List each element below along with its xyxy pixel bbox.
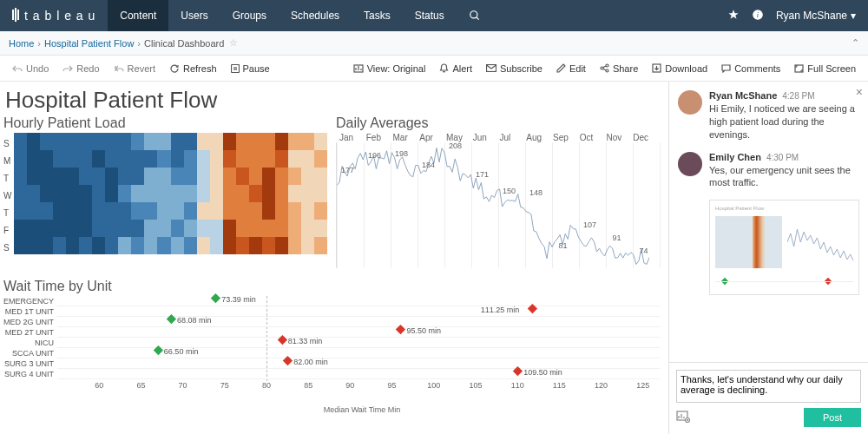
heatmap-cell[interactable]	[301, 133, 314, 150]
pause-button[interactable]: Pause	[226, 63, 275, 74]
post-button[interactable]: Post	[804, 408, 861, 427]
heatmap-cell[interactable]	[314, 237, 327, 254]
heatmap-cell[interactable]	[105, 150, 118, 168]
heatmap-cell[interactable]	[92, 150, 105, 168]
heatmap-cell[interactable]	[53, 150, 66, 168]
snapshot-icon[interactable]	[676, 411, 690, 425]
heatmap-cell[interactable]	[275, 168, 288, 185]
heatmap-cell[interactable]	[184, 150, 197, 168]
heatmap-cell[interactable]	[144, 168, 157, 185]
heatmap-cell[interactable]	[157, 133, 170, 150]
heatmap-cell[interactable]	[105, 202, 118, 220]
heatmap-cell[interactable]	[118, 185, 131, 202]
heatmap-cell[interactable]	[288, 237, 301, 254]
heatmap-cell[interactable]	[301, 220, 314, 237]
heatmap-cell[interactable]	[118, 220, 131, 237]
heatmap-cell[interactable]	[27, 237, 40, 254]
heatmap-cell[interactable]	[157, 150, 170, 168]
heatmap-cell[interactable]	[40, 202, 53, 220]
heatmap-cell[interactable]	[157, 168, 170, 185]
undo-button[interactable]: Undo	[7, 63, 54, 74]
heatmap-cell[interactable]	[40, 237, 53, 254]
breadcrumb-home[interactable]: Home	[9, 38, 34, 49]
breadcrumb-l1[interactable]: Hospital Patient Flow	[44, 38, 134, 49]
heatmap-cell[interactable]	[131, 202, 144, 220]
heatmap-cell[interactable]	[301, 150, 314, 168]
heatmap-cell[interactable]	[262, 150, 275, 168]
wait-chart[interactable]: EMERGENCYMED 1T UNITMED 2G UNITMED 2T UN…	[3, 296, 660, 393]
tableau-logo[interactable]: t a b l e a u	[0, 9, 108, 23]
nav-status[interactable]: Status	[403, 0, 457, 31]
heatmap-cell[interactable]	[210, 150, 223, 168]
heatmap-cell[interactable]	[236, 220, 249, 237]
nav-users[interactable]: Users	[168, 0, 220, 31]
heatmap-cell[interactable]	[40, 185, 53, 202]
heatmap-cell[interactable]	[249, 202, 262, 220]
favorite-icon[interactable]: ☆	[229, 37, 238, 49]
heatmap-cell[interactable]	[210, 220, 223, 237]
heatmap-cell[interactable]	[197, 133, 210, 150]
refresh-button[interactable]: Refresh	[164, 63, 222, 74]
heatmap-cell[interactable]	[105, 168, 118, 185]
heatmap-cell[interactable]	[53, 220, 66, 237]
heatmap-cell[interactable]	[27, 133, 40, 150]
heatmap-cell[interactable]	[14, 237, 27, 254]
heatmap-cell[interactable]	[40, 168, 53, 185]
heatmap-cell[interactable]	[197, 202, 210, 220]
revert-button[interactable]: Revert	[108, 63, 161, 74]
heatmap-chart[interactable]: SMTWTFS	[3, 133, 327, 256]
heatmap-cell[interactable]	[262, 168, 275, 185]
heatmap-cell[interactable]	[14, 150, 27, 168]
heatmap-cell[interactable]	[131, 237, 144, 254]
heatmap-cell[interactable]	[144, 185, 157, 202]
heatmap-cell[interactable]	[288, 202, 301, 220]
heatmap-cell[interactable]	[275, 202, 288, 220]
heatmap-cell[interactable]	[40, 220, 53, 237]
heatmap-cell[interactable]	[210, 237, 223, 254]
heatmap-cell[interactable]	[144, 202, 157, 220]
heatmap-cell[interactable]	[249, 185, 262, 202]
heatmap-cell[interactable]	[210, 202, 223, 220]
heatmap-cell[interactable]	[197, 168, 210, 185]
close-icon[interactable]: ×	[856, 85, 863, 99]
heatmap-cell[interactable]	[53, 133, 66, 150]
heatmap-cell[interactable]	[262, 185, 275, 202]
heatmap-cell[interactable]	[27, 168, 40, 185]
heatmap-cell[interactable]	[184, 168, 197, 185]
heatmap-cell[interactable]	[144, 150, 157, 168]
heatmap-cell[interactable]	[288, 133, 301, 150]
heatmap-cell[interactable]	[144, 220, 157, 237]
comments-button[interactable]: Comments	[716, 63, 786, 74]
heatmap-cell[interactable]	[275, 185, 288, 202]
heatmap-cell[interactable]	[79, 237, 92, 254]
heatmap-cell[interactable]	[66, 168, 79, 185]
heatmap-cell[interactable]	[288, 168, 301, 185]
user-menu[interactable]: Ryan McShane ▾	[776, 10, 856, 22]
daily-avg-chart[interactable]: 177196198184208171150148811079174	[336, 142, 660, 268]
heatmap-cell[interactable]	[223, 150, 236, 168]
heatmap-cell[interactable]	[236, 202, 249, 220]
heatmap-cell[interactable]	[53, 168, 66, 185]
heatmap-cell[interactable]	[118, 168, 131, 185]
heatmap-cell[interactable]	[157, 185, 170, 202]
heatmap-cell[interactable]	[288, 150, 301, 168]
heatmap-cell[interactable]	[14, 185, 27, 202]
heatmap-cell[interactable]	[249, 237, 262, 254]
heatmap-cell[interactable]	[66, 185, 79, 202]
heatmap-cell[interactable]	[131, 150, 144, 168]
heatmap-cell[interactable]	[66, 202, 79, 220]
heatmap-cell[interactable]	[223, 168, 236, 185]
heatmap-cell[interactable]	[157, 237, 170, 254]
heatmap-cell[interactable]	[171, 185, 184, 202]
heatmap-cell[interactable]	[197, 150, 210, 168]
subscribe-button[interactable]: Subscribe	[481, 63, 548, 74]
heatmap-cell[interactable]	[27, 150, 40, 168]
heatmap-cell[interactable]	[314, 185, 327, 202]
heatmap-cell[interactable]	[92, 133, 105, 150]
view-button[interactable]: View: Original	[348, 63, 431, 74]
heatmap-cell[interactable]	[301, 168, 314, 185]
heatmap-cell[interactable]	[79, 150, 92, 168]
heatmap-cell[interactable]	[197, 237, 210, 254]
heatmap-cell[interactable]	[301, 237, 314, 254]
heatmap-cell[interactable]	[288, 185, 301, 202]
